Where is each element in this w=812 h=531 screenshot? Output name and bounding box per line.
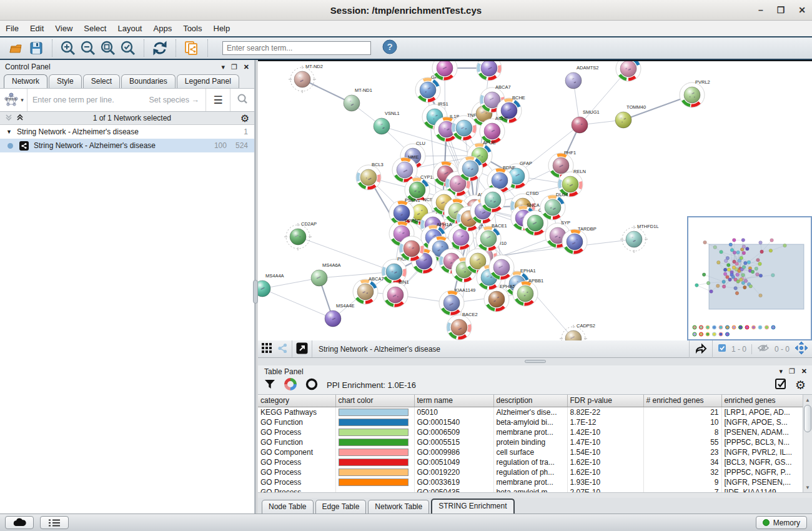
collapse-triangle-icon[interactable]: ▼	[6, 129, 12, 135]
cloud-tasks-button[interactable]	[5, 516, 34, 529]
column-header[interactable]: term name	[414, 395, 493, 407]
expand-all-icon[interactable]	[16, 114, 24, 123]
tab-network-table[interactable]: Network Table	[368, 500, 429, 514]
ring-chart-icon[interactable]	[305, 378, 318, 392]
enrichment-row[interactable]: GO ProcessGO:0006509membrane prot...1.42…	[258, 427, 803, 437]
table-vertical-scrollbar[interactable]: ▲ ▼	[803, 395, 812, 492]
tab-select[interactable]: Select	[83, 74, 120, 88]
column-header[interactable]: category	[258, 395, 335, 407]
menu-edit[interactable]: Edit	[24, 21, 49, 36]
network-node-bin1[interactable]: BIN1	[383, 279, 409, 307]
zoom-in-icon[interactable]	[58, 39, 78, 57]
hidden-eye-icon[interactable]	[757, 344, 770, 354]
tab-node-table[interactable]: Node Table	[262, 500, 314, 514]
network-node-bcl3[interactable]: BCL3	[356, 162, 384, 190]
save-icon[interactable]	[26, 39, 46, 57]
string-options-icon[interactable]: ☰	[206, 94, 230, 107]
select-columns-icon[interactable]	[775, 379, 786, 392]
menu-apps[interactable]: Apps	[148, 21, 178, 36]
string-query-placeholder[interactable]: Enter one term per line.	[32, 96, 114, 104]
task-history-button[interactable]	[40, 516, 69, 529]
network-node-dlg4[interactable]: DLG4	[540, 192, 568, 220]
enrichment-row[interactable]: KEGG Pathways05010Alzheimer's dise...8.8…	[258, 407, 803, 417]
enrichment-row[interactable]: GO FunctionGO:0001540beta-amyloid bi...1…	[258, 417, 803, 427]
panel-splitter-handle[interactable]	[253, 280, 258, 304]
network-collection-row[interactable]: ▼ String Network - Alzheimer's disease 1	[0, 125, 254, 139]
zoom-selected-icon[interactable]	[118, 39, 138, 57]
network-node-vsnl1[interactable]: VSNL1	[374, 111, 400, 134]
set-species-label[interactable]: Set species →	[149, 96, 205, 104]
network-options-gear-icon[interactable]: ⚙	[240, 112, 249, 124]
network-node-mthfd1l[interactable]: MTHFD1L	[620, 224, 659, 253]
menu-help[interactable]: Help	[208, 21, 236, 36]
network-node-ms4a4a[interactable]: MS4A4A	[258, 273, 284, 297]
help-icon[interactable]: ?	[382, 39, 397, 57]
column-header[interactable]: description	[493, 395, 567, 407]
grid-view-icon[interactable]	[262, 343, 272, 355]
tab-edge-table[interactable]: Edge Table	[315, 500, 367, 514]
table-horizontal-scrollbar[interactable]	[258, 492, 812, 498]
menu-view[interactable]: View	[49, 21, 78, 36]
table-menu-icon[interactable]: ▾	[779, 367, 783, 375]
minimize-button[interactable]: –	[758, 0, 763, 21]
import-network-icon[interactable]	[182, 39, 202, 57]
filter-icon[interactable]	[264, 379, 275, 391]
network-canvas[interactable]: MT-ND2MT-ND1VSNL1GAB2IRS1CHATABCA7BCHEAC…	[258, 60, 812, 340]
enrichment-row[interactable]: GO ProcessGO:0019220regulation of ph...1…	[258, 467, 803, 477]
enrichment-row[interactable]: GO ProcessGO:0051049regulation of tra...…	[258, 457, 803, 467]
table-close-icon[interactable]: ✕	[801, 367, 807, 375]
close-button[interactable]: ✕	[798, 0, 806, 21]
table-float-icon[interactable]: ❐	[789, 367, 795, 375]
donut-chart-icon[interactable]	[284, 378, 297, 392]
export-network-icon[interactable]	[695, 342, 707, 355]
network-node-ms4a6a[interactable]: MS4A6A	[311, 262, 341, 286]
enrichment-table[interactable]: categorychart colorterm namedescriptionF…	[258, 394, 812, 492]
column-header[interactable]: # enriched genes	[643, 395, 721, 407]
network-node[interactable]	[480, 187, 505, 212]
collapse-all-icon[interactable]	[5, 114, 12, 123]
string-search-icon[interactable]	[230, 93, 254, 107]
network-node[interactable]	[616, 61, 641, 81]
network-node-smug1[interactable]: SMUG1	[572, 109, 600, 133]
zoom-fit-icon[interactable]	[98, 39, 118, 57]
panel-float-icon[interactable]: ❐	[231, 63, 237, 71]
share-network-icon[interactable]	[277, 343, 288, 355]
network-node-cd2ap[interactable]: CD2AP	[284, 221, 317, 251]
panel-menu-icon[interactable]: ▾	[221, 63, 225, 71]
tab-boundaries[interactable]: Boundaries	[121, 74, 176, 88]
column-header[interactable]: enriched genes	[721, 395, 803, 407]
refresh-icon[interactable]	[150, 39, 170, 57]
column-header[interactable]: chart color	[335, 395, 414, 407]
network-node-abca7[interactable]: ABCA7	[353, 276, 384, 304]
pan-tool-icon[interactable]	[795, 341, 808, 357]
tab-string-enrichment[interactable]: STRING Enrichment	[431, 499, 514, 514]
memory-button[interactable]: Memory	[756, 516, 807, 529]
menu-tools[interactable]: Tools	[177, 21, 207, 36]
enrichment-row[interactable]: GO ProcessGO:0033619membrane prot...1.93…	[258, 477, 803, 487]
network-node[interactable]	[489, 255, 514, 280]
birds-eye-view[interactable]	[687, 216, 812, 340]
open-folder-icon[interactable]	[6, 39, 26, 57]
tab-network[interactable]: Network	[4, 74, 47, 88]
column-header[interactable]: FDR p-value	[567, 395, 643, 407]
search-input[interactable]	[222, 41, 371, 55]
network-node-bace2[interactable]: BACE2	[447, 312, 478, 340]
horizontal-splitter[interactable]	[258, 358, 812, 365]
enrichment-row[interactable]: GO FunctionGO:0005515protein binding1.47…	[258, 437, 803, 447]
network-node[interactable]	[399, 236, 424, 261]
network-row-selected[interactable]: String Network - Alzheimer's disease 100…	[0, 139, 254, 152]
network-node-adamts2[interactable]: ADAMTS2	[565, 65, 598, 89]
network-node[interactable]	[458, 156, 483, 181]
menu-layout[interactable]: Layout	[112, 21, 147, 36]
string-protein-query-selector[interactable]: STRING ▾	[0, 89, 27, 111]
table-settings-gear-icon[interactable]: ⚙	[795, 378, 806, 392]
network-node-mt-nd2[interactable]: MT-ND2	[289, 64, 323, 93]
maximize-button[interactable]: ❐	[777, 0, 785, 21]
network-node-mt-nd1[interactable]: MT-ND1	[344, 87, 372, 111]
enrichment-row[interactable]: GO ProcessGO:0050435beta-amyloid m...2.0…	[258, 487, 803, 493]
menu-file[interactable]: File	[0, 21, 24, 36]
network-node-pvrl2[interactable]: PVRL2	[680, 79, 710, 107]
network-node[interactable]	[477, 61, 502, 81]
panel-close-icon[interactable]: ✕	[244, 63, 249, 71]
network-node-cadps2[interactable]: CADPS2	[560, 323, 595, 340]
